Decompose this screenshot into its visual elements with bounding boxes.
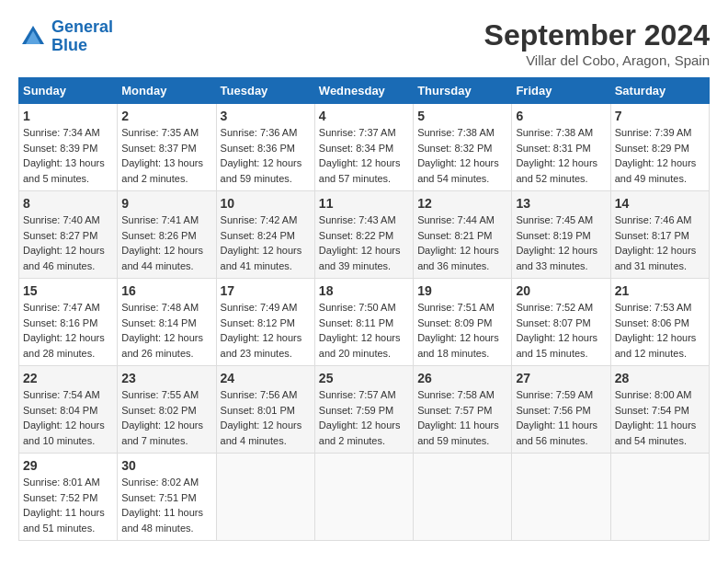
calendar-cell: 16Sunrise: 7:48 AMSunset: 8:14 PMDayligh… xyxy=(118,279,216,366)
day-number: 19 xyxy=(417,283,507,298)
day-info: Sunrise: 7:37 AMSunset: 8:34 PMDaylight:… xyxy=(319,125,409,186)
day-info: Sunrise: 8:02 AMSunset: 7:51 PMDaylight:… xyxy=(121,475,211,535)
calendar-table: Sunday Monday Tuesday Wednesday Thursday… xyxy=(18,77,710,541)
day-info: Sunrise: 7:35 AMSunset: 8:37 PMDaylight:… xyxy=(121,125,211,186)
calendar-cell: 14Sunrise: 7:46 AMSunset: 8:17 PMDayligh… xyxy=(610,191,709,279)
day-number: 15 xyxy=(23,283,113,298)
day-info: Sunrise: 7:47 AMSunset: 8:16 PMDaylight:… xyxy=(23,300,113,361)
day-info: Sunrise: 7:46 AMSunset: 8:17 PMDaylight:… xyxy=(615,213,705,273)
calendar-cell: 7Sunrise: 7:39 AMSunset: 8:29 PMDaylight… xyxy=(610,104,709,191)
day-number: 1 xyxy=(23,109,113,123)
day-number: 4 xyxy=(319,109,409,123)
calendar-week-row: 29Sunrise: 8:01 AMSunset: 7:52 PMDayligh… xyxy=(19,454,710,541)
month-year: September 2024 xyxy=(484,18,710,52)
calendar-cell: 8Sunrise: 7:40 AMSunset: 8:27 PMDaylight… xyxy=(19,191,118,279)
calendar-cell: 30Sunrise: 8:02 AMSunset: 7:51 PMDayligh… xyxy=(118,454,216,541)
day-info: Sunrise: 7:40 AMSunset: 8:27 PMDaylight:… xyxy=(23,213,113,273)
calendar-cell: 22Sunrise: 7:54 AMSunset: 8:04 PMDayligh… xyxy=(19,366,118,454)
day-number: 11 xyxy=(319,196,409,211)
calendar-cell: 23Sunrise: 7:55 AMSunset: 8:02 PMDayligh… xyxy=(118,366,216,454)
day-number: 29 xyxy=(23,458,113,473)
calendar-week-row: 8Sunrise: 7:40 AMSunset: 8:27 PMDaylight… xyxy=(19,191,710,279)
calendar-cell: 28Sunrise: 8:00 AMSunset: 7:54 PMDayligh… xyxy=(610,366,709,454)
col-thursday: Thursday xyxy=(414,78,512,104)
calendar-cell: 18Sunrise: 7:50 AMSunset: 8:11 PMDayligh… xyxy=(314,279,413,366)
calendar-cell xyxy=(314,454,413,541)
calendar-cell: 19Sunrise: 7:51 AMSunset: 8:09 PMDayligh… xyxy=(414,279,512,366)
day-info: Sunrise: 7:34 AMSunset: 8:39 PMDaylight:… xyxy=(23,125,113,186)
day-number: 20 xyxy=(516,283,606,298)
col-friday: Friday xyxy=(512,78,610,104)
day-info: Sunrise: 7:53 AMSunset: 8:06 PMDaylight:… xyxy=(615,300,705,361)
calendar-cell: 13Sunrise: 7:45 AMSunset: 8:19 PMDayligh… xyxy=(512,191,610,279)
day-info: Sunrise: 7:54 AMSunset: 8:04 PMDaylight:… xyxy=(23,387,113,448)
day-number: 5 xyxy=(417,109,507,123)
calendar-cell: 4Sunrise: 7:37 AMSunset: 8:34 PMDaylight… xyxy=(314,104,413,191)
col-saturday: Saturday xyxy=(610,78,709,104)
calendar-week-row: 1Sunrise: 7:34 AMSunset: 8:39 PMDaylight… xyxy=(19,104,710,191)
calendar-cell: 26Sunrise: 7:58 AMSunset: 7:57 PMDayligh… xyxy=(414,366,512,454)
calendar-cell: 1Sunrise: 7:34 AMSunset: 8:39 PMDaylight… xyxy=(19,104,118,191)
day-number: 21 xyxy=(615,283,705,298)
day-number: 30 xyxy=(121,458,211,473)
day-info: Sunrise: 7:59 AMSunset: 7:56 PMDaylight:… xyxy=(516,387,606,448)
day-number: 25 xyxy=(319,371,409,385)
calendar-cell: 12Sunrise: 7:44 AMSunset: 8:21 PMDayligh… xyxy=(414,191,512,279)
day-info: Sunrise: 7:48 AMSunset: 8:14 PMDaylight:… xyxy=(121,300,211,361)
calendar-cell xyxy=(414,454,512,541)
col-monday: Monday xyxy=(118,78,216,104)
calendar-cell: 24Sunrise: 7:56 AMSunset: 8:01 PMDayligh… xyxy=(216,366,314,454)
day-number: 3 xyxy=(221,109,311,123)
day-info: Sunrise: 7:38 AMSunset: 8:32 PMDaylight:… xyxy=(417,125,507,186)
day-info: Sunrise: 8:00 AMSunset: 7:54 PMDaylight:… xyxy=(615,387,705,448)
day-number: 8 xyxy=(23,196,113,211)
day-info: Sunrise: 7:49 AMSunset: 8:12 PMDaylight:… xyxy=(221,300,311,361)
day-info: Sunrise: 7:38 AMSunset: 8:31 PMDaylight:… xyxy=(516,125,606,186)
day-number: 28 xyxy=(615,371,705,385)
day-number: 27 xyxy=(516,371,606,385)
logo-text: General Blue xyxy=(51,18,113,55)
day-number: 18 xyxy=(319,283,409,298)
day-info: Sunrise: 7:57 AMSunset: 7:59 PMDaylight:… xyxy=(319,387,409,448)
calendar-week-row: 22Sunrise: 7:54 AMSunset: 8:04 PMDayligh… xyxy=(19,366,710,454)
day-number: 13 xyxy=(516,196,606,211)
day-number: 10 xyxy=(221,196,311,211)
calendar-cell: 15Sunrise: 7:47 AMSunset: 8:16 PMDayligh… xyxy=(19,279,118,366)
day-info: Sunrise: 7:52 AMSunset: 8:07 PMDaylight:… xyxy=(516,300,606,361)
day-info: Sunrise: 7:39 AMSunset: 8:29 PMDaylight:… xyxy=(615,125,705,186)
calendar-cell: 2Sunrise: 7:35 AMSunset: 8:37 PMDaylight… xyxy=(118,104,216,191)
day-number: 17 xyxy=(221,283,311,298)
calendar-cell: 29Sunrise: 8:01 AMSunset: 7:52 PMDayligh… xyxy=(19,454,118,541)
calendar-cell: 17Sunrise: 7:49 AMSunset: 8:12 PMDayligh… xyxy=(216,279,314,366)
day-number: 24 xyxy=(221,371,311,385)
day-number: 2 xyxy=(121,109,211,123)
day-number: 26 xyxy=(417,371,507,385)
calendar-cell xyxy=(216,454,314,541)
calendar-cell: 25Sunrise: 7:57 AMSunset: 7:59 PMDayligh… xyxy=(314,366,413,454)
calendar-cell: 9Sunrise: 7:41 AMSunset: 8:26 PMDaylight… xyxy=(118,191,216,279)
calendar-cell xyxy=(512,454,610,541)
day-info: Sunrise: 7:42 AMSunset: 8:24 PMDaylight:… xyxy=(221,213,311,273)
day-info: Sunrise: 7:50 AMSunset: 8:11 PMDaylight:… xyxy=(319,300,409,361)
day-number: 16 xyxy=(121,283,211,298)
day-number: 9 xyxy=(121,196,211,211)
day-info: Sunrise: 7:43 AMSunset: 8:22 PMDaylight:… xyxy=(319,213,409,273)
calendar-week-row: 15Sunrise: 7:47 AMSunset: 8:16 PMDayligh… xyxy=(19,279,710,366)
day-number: 7 xyxy=(615,109,705,123)
day-number: 22 xyxy=(23,371,113,385)
day-info: Sunrise: 8:01 AMSunset: 7:52 PMDaylight:… xyxy=(23,475,113,535)
calendar-cell: 5Sunrise: 7:38 AMSunset: 8:32 PMDaylight… xyxy=(414,104,512,191)
day-info: Sunrise: 7:36 AMSunset: 8:36 PMDaylight:… xyxy=(221,125,311,186)
col-tuesday: Tuesday xyxy=(216,78,314,104)
location: Villar del Cobo, Aragon, Spain xyxy=(484,52,710,68)
calendar-cell: 3Sunrise: 7:36 AMSunset: 8:36 PMDaylight… xyxy=(216,104,314,191)
logo: General Blue xyxy=(18,18,113,55)
calendar-cell: 27Sunrise: 7:59 AMSunset: 7:56 PMDayligh… xyxy=(512,366,610,454)
day-info: Sunrise: 7:58 AMSunset: 7:57 PMDaylight:… xyxy=(417,387,507,448)
day-info: Sunrise: 7:44 AMSunset: 8:21 PMDaylight:… xyxy=(417,213,507,273)
day-number: 14 xyxy=(615,196,705,211)
calendar-header-row: Sunday Monday Tuesday Wednesday Thursday… xyxy=(19,78,710,104)
calendar-cell: 11Sunrise: 7:43 AMSunset: 8:22 PMDayligh… xyxy=(314,191,413,279)
day-number: 12 xyxy=(417,196,507,211)
day-info: Sunrise: 7:51 AMSunset: 8:09 PMDaylight:… xyxy=(417,300,507,361)
